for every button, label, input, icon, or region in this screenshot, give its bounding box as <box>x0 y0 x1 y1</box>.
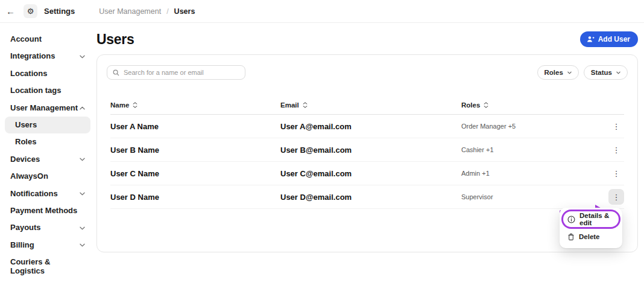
sidebar-item-user-management[interactable]: User Management <box>5 100 90 117</box>
roles-filter-dropdown[interactable]: Roles <box>537 65 579 80</box>
context-menu-item-delete[interactable]: Delete <box>563 229 619 245</box>
breadcrumb-separator: / <box>166 7 168 16</box>
row-context-menu: Details & edit Delete <box>560 208 622 248</box>
user-name-cell: User A Name <box>110 122 280 131</box>
table-header-row: Name Email Roles <box>110 95 624 115</box>
user-name-cell: User C Name <box>110 169 280 178</box>
person-add-icon <box>587 36 595 43</box>
sidebar-item-label: Locations <box>10 69 47 78</box>
breadcrumb: User Management / Users <box>99 7 195 16</box>
sidebar-item-alwayson[interactable]: AlwaysOn <box>5 168 90 185</box>
users-table: Name Email Roles <box>97 95 637 209</box>
sidebar-item-label: Roles <box>15 138 36 146</box>
chevron-icon <box>80 192 85 196</box>
settings-sidebar: Account Integrations Locations Location … <box>0 23 95 285</box>
users-card: Roles Status <box>96 54 638 252</box>
sidebar-item-locations[interactable]: Locations <box>5 65 90 82</box>
context-menu-item-label: Details & edit <box>579 212 614 226</box>
row-actions-kebab-icon[interactable]: ⋮ <box>608 118 624 134</box>
user-email-cell: User B@email.com <box>280 146 461 155</box>
sidebar-item-account[interactable]: Account <box>5 31 90 48</box>
column-header-name[interactable]: Name <box>110 101 280 109</box>
sidebar-item-label: Couriers & Logistics <box>10 258 80 275</box>
row-actions-kebab-icon[interactable]: ⋮ <box>608 189 624 205</box>
sidebar-item-payment-methods[interactable]: Payment Methods <box>5 202 90 219</box>
search-icon <box>113 69 119 76</box>
search-input[interactable] <box>124 69 239 76</box>
sidebar-item-label: Devices <box>10 155 40 164</box>
chevron-down-icon <box>616 71 620 74</box>
sidebar-item-label: Account <box>10 35 42 43</box>
sidebar-item-label: User Management <box>10 104 78 112</box>
table-row: User C Name User C@email.com Admin +1 ⋮ <box>110 162 624 185</box>
user-name-cell: User D Name <box>110 193 280 202</box>
table-row: User D Name User D@email.com Supervisor … <box>110 185 624 209</box>
chevron-icon <box>80 243 85 247</box>
filter-group: Roles Status <box>537 65 628 80</box>
user-roles-cell: Admin +1 <box>461 170 606 177</box>
breadcrumb-settings[interactable]: Settings <box>44 7 75 16</box>
sidebar-item-label: Payouts <box>10 223 41 232</box>
user-roles-cell: Order Manager +5 <box>461 123 606 130</box>
sidebar-item-devices[interactable]: Devices <box>5 151 90 168</box>
breadcrumb-user-management[interactable]: User Management <box>99 7 161 16</box>
top-bar: ← ⚙ Settings User Management / Users <box>0 0 644 23</box>
add-user-button[interactable]: Add User <box>580 31 638 47</box>
sidebar-item-roles[interactable]: Roles <box>5 133 90 150</box>
chevron-icon <box>80 55 85 59</box>
sidebar-item-users[interactable]: Users <box>5 117 90 133</box>
info-icon <box>567 216 575 223</box>
sidebar-item-couriers-logistics[interactable]: Couriers & Logistics <box>5 254 90 280</box>
row-actions-kebab-icon[interactable]: ⋮ <box>608 165 624 181</box>
sort-icon <box>303 102 308 108</box>
sidebar-item-billing[interactable]: Billing <box>5 237 90 254</box>
chevron-down-icon <box>567 71 572 74</box>
table-row: User B Name User B@email.com Cashier +1 … <box>110 138 624 162</box>
settings-users-page: ← ⚙ Settings User Management / Users Acc… <box>0 0 644 285</box>
back-arrow-icon[interactable]: ← <box>6 6 17 16</box>
sidebar-item-label: Billing <box>10 241 34 249</box>
sidebar-item-label: AlwaysOn <box>10 172 48 181</box>
context-menu-item-label: Delete <box>579 233 600 240</box>
sidebar-item-payouts[interactable]: Payouts <box>5 219 90 236</box>
table-body: User A Name User A@email.com Order Manag… <box>110 115 624 209</box>
column-header-email[interactable]: Email <box>280 101 461 109</box>
row-actions-kebab-icon[interactable]: ⋮ <box>608 142 624 158</box>
sidebar-item-label: Users <box>15 121 37 129</box>
user-email-cell: User A@email.com <box>280 122 461 131</box>
user-email-cell: User D@email.com <box>280 193 461 202</box>
chevron-icon <box>80 226 85 230</box>
sidebar-item-label: Location tags <box>10 86 62 95</box>
sidebar-item-label: Notifications <box>10 190 58 198</box>
search-box <box>107 65 245 80</box>
sidebar-item-reports[interactable]: Reports <box>5 280 90 285</box>
sidebar-item-notifications[interactable]: Notifications <box>5 185 90 202</box>
sidebar-item-location-tags[interactable]: Location tags <box>5 82 90 99</box>
sidebar-item-label: Payment Methods <box>10 207 77 215</box>
sidebar-item-label: Integrations <box>10 52 55 60</box>
sidebar-item-integrations[interactable]: Integrations <box>5 48 90 65</box>
column-header-roles[interactable]: Roles <box>461 101 606 109</box>
context-menu-item-details-edit[interactable]: Details & edit <box>563 211 619 227</box>
sort-icon <box>484 102 488 108</box>
table-row: User A Name User A@email.com Order Manag… <box>110 115 624 138</box>
gear-icon: ⚙ <box>24 4 37 18</box>
user-email-cell: User C@email.com <box>280 169 461 178</box>
user-roles-cell: Cashier +1 <box>461 146 606 153</box>
page-title: Users <box>96 31 134 48</box>
chevron-icon <box>80 158 85 161</box>
trash-icon <box>567 233 575 241</box>
user-roles-cell: Supervisor <box>461 193 606 200</box>
status-filter-dropdown[interactable]: Status <box>584 65 628 80</box>
sort-icon <box>133 102 137 108</box>
breadcrumb-users[interactable]: Users <box>174 7 195 16</box>
user-name-cell: User B Name <box>110 146 280 155</box>
chevron-icon <box>80 106 85 110</box>
